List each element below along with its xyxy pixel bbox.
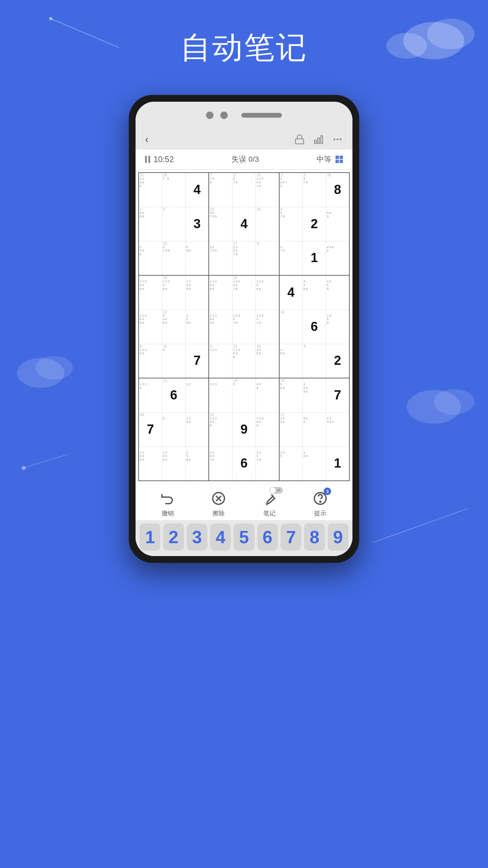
sudoku-cell-2-3[interactable]: 5 6 7 8 9: [209, 241, 232, 275]
sudoku-cell-1-5[interactable]: 16: [256, 207, 279, 241]
sudoku-cell-3-3[interactable]: 1 2 3 5 6 8 9: [209, 275, 232, 310]
sudoku-cell-7-4[interactable]: 9: [232, 412, 256, 447]
sudoku-cell-7-0[interactable]: 729: [139, 412, 162, 447]
sudoku-cell-3-2[interactable]: 1 2 5 6 8 9: [185, 275, 209, 310]
num-btn-4[interactable]: 4: [210, 524, 231, 551]
sudoku-cell-2-2[interactable]: 5 8 9: [185, 241, 209, 275]
sudoku-cell-0-3[interactable]: 77 6 9: [209, 173, 232, 207]
back-button[interactable]: ‹: [145, 133, 149, 145]
sudoku-cell-4-4[interactable]: 1 2 3 5 7 8: [232, 310, 256, 344]
sudoku-cell-5-7[interactable]: 9: [303, 344, 326, 378]
sudoku-cell-8-7[interactable]: 3 4 5: [303, 447, 326, 481]
sudoku-cell-3-6[interactable]: 4: [279, 275, 303, 310]
sudoku-cell-8-4[interactable]: 6: [232, 447, 256, 481]
sudoku-cell-8-8[interactable]: 1: [326, 447, 349, 481]
sudoku-cell-0-2[interactable]: 4: [185, 173, 209, 207]
sudoku-cell-1-0[interactable]: 15 6 8 9: [139, 207, 162, 241]
sudoku-cell-5-1[interactable]: 158: [162, 344, 185, 378]
sudoku-cell-4-1[interactable]: 123 4 5 8 9: [162, 310, 185, 344]
sudoku-cell-5-0[interactable]: 81 2 3 5 6: [139, 344, 162, 378]
notes-toggle[interactable]: off: [269, 487, 283, 494]
sudoku-cell-3-8[interactable]: 2 3 5 9: [326, 275, 349, 310]
sudoku-cell-3-7[interactable]: 3 5 8 9: [303, 275, 326, 310]
lock-icon[interactable]: [294, 134, 305, 145]
sudoku-cell-2-4[interactable]: 172 3 5 6 7 8: [232, 241, 256, 275]
sudoku-cell-8-5[interactable]: 2 3 5 7 8: [256, 447, 279, 481]
num-btn-9[interactable]: 9: [328, 524, 348, 551]
more-icon[interactable]: [332, 134, 343, 145]
sudoku-cell-8-6[interactable]: 2 3 5: [279, 447, 303, 481]
sudoku-cell-0-5[interactable]: 131 2 3 5 6 7 9: [256, 173, 279, 207]
sudoku-cell-7-6[interactable]: 172 3 5 6: [279, 412, 303, 447]
sudoku-cell-2-8[interactable]: 4 5 6 9: [326, 241, 349, 275]
sudoku-cell-0-1[interactable]: 197 9: [162, 173, 185, 207]
sudoku-cell-3-1[interactable]: 241 2 3 5 8 9: [162, 275, 185, 310]
sudoku-cell-2-0[interactable]: 2 5 6 9: [139, 241, 162, 275]
sudoku-cell-4-2[interactable]: 3 5 8 9: [185, 310, 209, 344]
sudoku-cell-2-7[interactable]: 1: [303, 241, 326, 275]
sudoku-cell-4-7[interactable]: 6: [303, 310, 326, 344]
num-btn-3[interactable]: 3: [187, 524, 207, 551]
sudoku-cell-7-2[interactable]: 1 2 5 8: [185, 412, 209, 447]
sudoku-cell-4-6[interactable]: 14: [279, 310, 303, 344]
sudoku-cell-2-5[interactable]: 4: [256, 241, 279, 275]
sudoku-cell-4-8[interactable]: 2 3 5 9: [326, 310, 349, 344]
sudoku-cell-8-1[interactable]: 2 3 4 5 8 9: [162, 447, 185, 481]
sudoku-cell-1-4[interactable]: 4: [232, 207, 256, 241]
sudoku-cell-6-0[interactable]: 1 2 3 5: [139, 378, 162, 412]
sudoku-cell-5-6[interactable]: 3 8 9: [279, 344, 303, 378]
num-btn-6[interactable]: 6: [257, 524, 278, 551]
sudoku-cell-6-5[interactable]: 4 5 8: [256, 378, 279, 412]
sudoku-cell-4-5[interactable]: 1 2 3 5 7 8: [256, 310, 279, 344]
sudoku-cell-5-8[interactable]: 2: [326, 344, 349, 378]
sudoku-cell-8-2[interactable]: 2 5 8 9: [185, 447, 209, 481]
sudoku-cell-0-8[interactable]: 829: [326, 173, 349, 207]
sudoku-cell-0-0[interactable]: 211 2 5 6 9: [139, 173, 162, 207]
num-btn-7[interactable]: 7: [281, 524, 301, 551]
sudoku-cell-5-3[interactable]: 61 2 3: [209, 344, 232, 378]
num-btn-1[interactable]: 1: [140, 524, 160, 551]
sudoku-cell-1-8[interactable]: 5 6 9: [326, 207, 349, 241]
grid-view-icon[interactable]: [336, 156, 343, 163]
sudoku-cell-6-6[interactable]: 125 8 9: [279, 378, 303, 412]
sudoku-cell-5-2[interactable]: 7: [185, 344, 209, 378]
undo-button[interactable]: 撤销: [159, 490, 177, 517]
sudoku-cell-6-1[interactable]: 611: [162, 378, 185, 412]
sudoku-cell-6-8[interactable]: 7: [326, 378, 349, 412]
sudoku-cell-2-6[interactable]: 3 7 9: [279, 241, 303, 275]
sudoku-cell-8-0[interactable]: 2 3 4 5 8 9: [139, 447, 162, 481]
hints-button[interactable]: 3 提示: [311, 490, 329, 517]
sudoku-cell-6-7[interactable]: 3 4 5 8 9: [303, 378, 326, 412]
sudoku-cell-7-5[interactable]: 1 2 3 4 5 8: [256, 412, 279, 447]
erase-button[interactable]: 擦除: [210, 490, 227, 517]
sudoku-cell-4-3[interactable]: 1 2 3 4 5 8 9: [209, 310, 232, 344]
num-btn-2[interactable]: 2: [163, 524, 184, 551]
sudoku-cell-3-4[interactable]: 181 2 3 5 6 7 8: [232, 275, 256, 310]
sudoku-cell-5-4[interactable]: 211 2 3 5 6 8: [232, 344, 256, 378]
pause-icon[interactable]: [145, 156, 150, 163]
sudoku-cell-6-4[interactable]: 145: [232, 378, 256, 412]
sudoku-cell-7-3[interactable]: 221 2 3 4 5 8: [209, 412, 232, 447]
sudoku-cell-1-7[interactable]: 2: [303, 207, 326, 241]
sudoku-cell-0-7[interactable]: 33 7 9: [303, 173, 326, 207]
sudoku-cell-3-5[interactable]: 1 2 3 5 8 9: [256, 275, 279, 310]
sudoku-cell-1-2[interactable]: 3: [185, 207, 209, 241]
sudoku-cell-6-3[interactable]: 1 2 3: [209, 378, 232, 412]
notes-button[interactable]: off 笔记: [261, 490, 278, 517]
sudoku-cell-1-6[interactable]: 86 7 9: [279, 207, 303, 241]
sudoku-cell-1-3[interactable]: 135 6 7 8 9: [209, 207, 232, 241]
sudoku-cell-3-0[interactable]: 1 2 3 5 6 8 9: [139, 275, 162, 310]
sudoku-cell-1-1[interactable]: 4: [162, 207, 185, 241]
sudoku-cell-7-8[interactable]: 2 3 4 5 6: [326, 412, 349, 447]
sudoku-cell-0-4[interactable]: 33 7 9: [232, 173, 256, 207]
num-btn-8[interactable]: 8: [304, 524, 325, 551]
chart-icon[interactable]: [313, 134, 324, 145]
sudoku-cell-0-6[interactable]: 33 5 6 7 9: [279, 173, 303, 207]
sudoku-cell-7-1[interactable]: 5: [162, 412, 185, 447]
sudoku-cell-4-0[interactable]: 1 2 3 4 5 8 9: [139, 310, 162, 344]
num-btn-5[interactable]: 5: [233, 524, 254, 551]
sudoku-cell-7-7[interactable]: 4 5 8: [303, 412, 326, 447]
sudoku-cell-8-3[interactable]: 2 3 4 5 7 8: [209, 447, 232, 481]
sudoku-cell-5-5[interactable]: 104 5 8 9: [256, 344, 279, 378]
sudoku-cell-2-1[interactable]: 125 7 8 9: [162, 241, 185, 275]
